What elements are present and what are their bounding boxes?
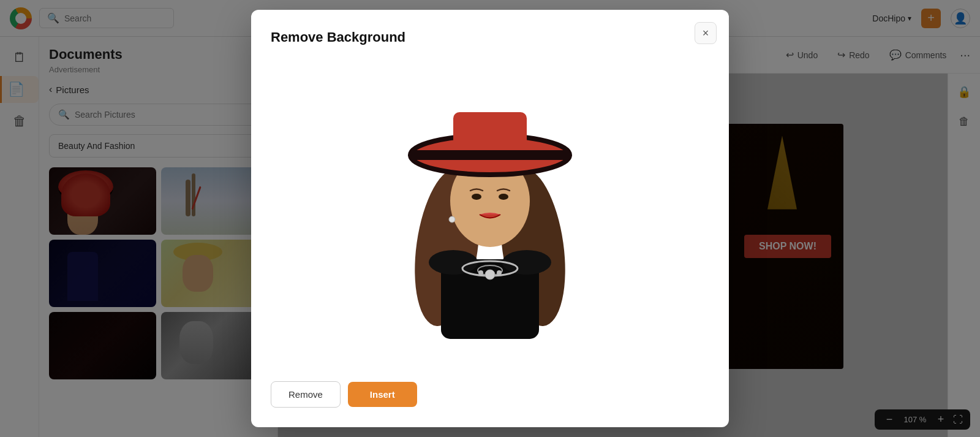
modal-close-button[interactable]: × bbox=[695, 22, 717, 44]
remove-background-modal: Remove Background × bbox=[251, 10, 729, 427]
svg-point-3 bbox=[429, 250, 478, 275]
modal-title: Remove Background bbox=[271, 29, 709, 45]
modal-overlay: Remove Background × bbox=[0, 0, 980, 437]
svg-rect-17 bbox=[410, 150, 570, 160]
svg-point-12 bbox=[472, 194, 481, 200]
svg-point-13 bbox=[499, 194, 508, 200]
woman-preview-image bbox=[398, 88, 582, 339]
modal-image-area bbox=[271, 60, 709, 367]
svg-point-9 bbox=[497, 270, 502, 275]
insert-button[interactable]: Insert bbox=[348, 382, 417, 407]
svg-point-4 bbox=[502, 250, 551, 275]
modal-footer: Remove Insert bbox=[271, 367, 709, 408]
svg-point-18 bbox=[449, 216, 455, 222]
svg-point-7 bbox=[485, 270, 495, 279]
svg-point-8 bbox=[478, 270, 483, 275]
remove-button[interactable]: Remove bbox=[271, 381, 341, 408]
